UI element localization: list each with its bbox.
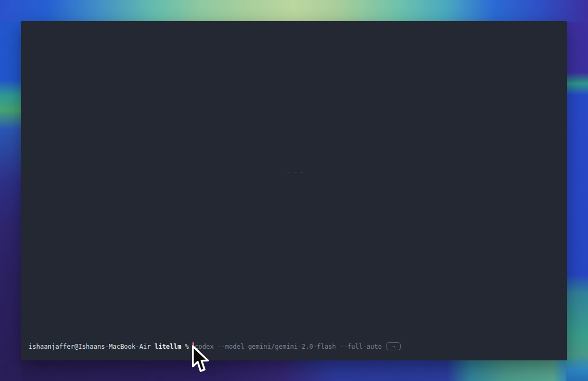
terminal-prompt-line[interactable]: ishaanjaffer@Ishaans-MacBook-Air litellm… (29, 342, 401, 351)
command-autosuggestion[interactable]: codex --model gemini/gemini-2.0-flash --… (195, 342, 382, 351)
accept-hint-badge: → (386, 342, 401, 350)
terminal-window[interactable]: ··· ishaanjaffer@Ishaans-MacBook-Air lit… (21, 21, 567, 360)
prompt-user-host: ishaanjaffer@Ishaans-MacBook-Air (29, 342, 151, 351)
prompt-cwd: litellm (154, 342, 181, 351)
right-arrow-icon: → (392, 343, 395, 350)
text-caret[interactable] (192, 342, 194, 350)
prompt-symbol: % (185, 342, 189, 351)
screen: { "terminal": { "prompt": { "user_host":… (0, 0, 588, 381)
terminal-center-ellipsis: ··· (286, 168, 306, 176)
